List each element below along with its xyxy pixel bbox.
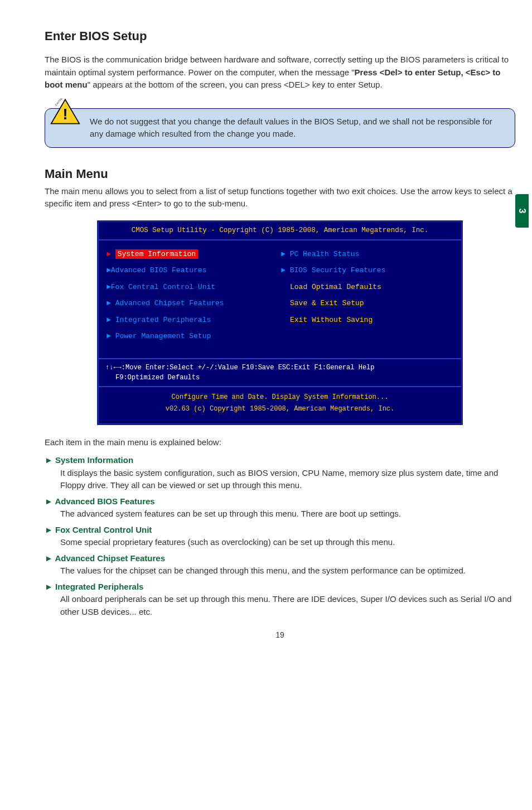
main-menu-paragraph: The main menu allows you to select from … [45,185,515,210]
expl-head-fox-central: ► Fox Central Control Unit [45,524,515,537]
bios-item-label: BIOS Security Features [290,266,386,274]
page-tab: 3 [515,194,529,228]
bios-item-label: Power Management Setup [115,332,211,340]
bios-item-label: System Information [115,249,198,259]
enter-bios-paragraph: The BIOS is the communication bridge bet… [45,54,515,91]
bios-item-label: Integrated Peripherals [115,316,211,324]
bios-item-label: Advanced BIOS Features [111,266,207,274]
expl-body-advanced-bios: The advanced system features can be set … [60,508,515,520]
arrow-icon: ► [107,250,111,258]
bios-footer: Configure Time and Date. Display System … [99,386,461,423]
main-menu-title: Main Menu [45,165,515,183]
arrow-icon: ► [281,266,286,274]
bios-right-column: ► PC Health Status ► BIOS Security Featu… [280,246,454,345]
bios-left-column: ► System Information ►Advanced BIOS Feat… [105,246,280,345]
page-number: 19 [45,629,515,641]
bios-item-bios-security: ► BIOS Security Features [280,262,454,279]
arrow-icon: ► [107,266,111,274]
bios-footer-line2: v02.63 (c) Copyright 1985-2008, American… [105,403,454,416]
caution-text: We do not suggest that you change the de… [90,117,492,139]
enter-bios-title: Enter BIOS Setup [45,27,515,45]
explanations-intro: Each item in the main menu is explained … [45,436,515,449]
bios-item-exit-without-saving: Exit Without Saving [280,312,454,329]
bios-item-advanced-chipset: ► Advanced Chipset Features [105,295,280,312]
expl-head-integrated-peripherals: ► Integrated Peripherals [45,581,515,594]
bios-item-advanced-bios: ►Advanced BIOS Features [105,262,280,279]
bios-item-label: PC Health Status [290,250,360,258]
bios-item-label: Save & Exit Setup [290,299,364,307]
expl-head-advanced-bios: ► Advanced BIOS Features [45,495,515,508]
expl-body-advanced-chipset: The values for the chipset can be change… [60,565,515,577]
bios-item-system-information: ► System Information [105,246,280,263]
bios-item-label: Exit Without Saving [290,316,373,324]
expl-head-system-information: ► System Information [45,454,515,467]
arrow-icon: ► [107,316,111,324]
bios-screenshot: CMOS Setup Utility - Copyright (C) 1985-… [97,220,463,425]
bios-item-save-exit: Save & Exit Setup [280,295,454,312]
expl-body-system-information: It displays the basic system configurati… [60,467,515,492]
bios-item-power-management: ► Power Management Setup [105,328,280,345]
expl-body-integrated-peripherals: All onboard peripherals can be set up th… [60,593,515,618]
expl-head-advanced-chipset: ► Advanced Chipset Features [45,552,515,565]
bios-footer-line1: Configure Time and Date. Display System … [105,392,454,404]
expl-body-fox-central: Some special proprietary features (such … [60,536,515,549]
arrow-icon: ► [107,299,111,307]
bios-item-label: Fox Central Control Unit [111,283,215,291]
arrow-icon: ► [281,250,286,258]
bios-item-fox-central: ►Fox Central Control Unit [105,279,280,296]
bios-cmd-line2: F9:Optimized Defaults [105,373,454,383]
caution-icon: ! CAUTION [50,98,80,125]
bios-item-pc-health: ► PC Health Status [280,246,454,263]
bios-cmd-line1: ↑↓←→:Move Enter:Select +/-/:Value F10:Sa… [105,363,454,373]
bios-title: CMOS Setup Utility - Copyright (C) 1985-… [99,222,461,240]
bios-item-label: Load Optimal Defaults [290,283,381,291]
page-tab-number: 3 [515,209,529,214]
bios-item-label: Advanced Chipset Features [115,299,224,307]
para-post: " appears at the bottom of the screen, y… [88,80,383,89]
arrow-icon: ► [107,283,111,291]
bios-item-load-optimal: Load Optimal Defaults [280,279,454,296]
caution-box: ! CAUTION We do not suggest that you cha… [45,108,515,148]
bios-command-bar: ↑↓←→:Move Enter:Select +/-/:Value F10:Sa… [99,358,461,386]
arrow-icon: ► [107,332,111,340]
svg-text:!: ! [63,106,68,123]
explanations-list: ► System Information It displays the bas… [45,454,515,618]
bios-item-integrated-peripherals: ► Integrated Peripherals [105,312,280,329]
